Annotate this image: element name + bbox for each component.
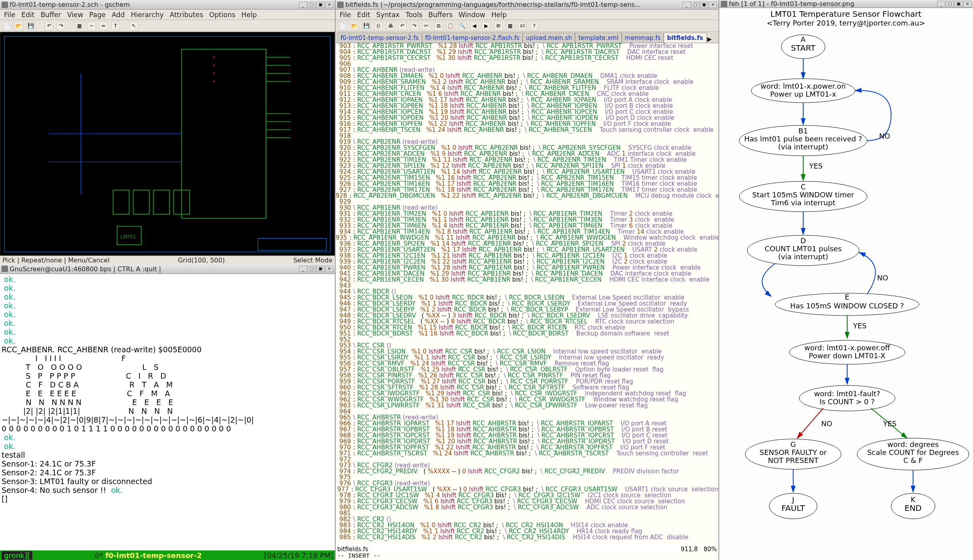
close-button[interactable]: × (709, 2, 717, 8)
open-icon[interactable]: 📂 (350, 22, 359, 30)
code-line[interactable]: 928: RCC_APB2ENR_DBGMCUEN %1 22 lshift R… (336, 193, 718, 199)
restore-button[interactable]: ▣ (316, 2, 324, 8)
cut-icon[interactable]: ✂ (422, 22, 431, 30)
menu-buffer[interactable]: Buffer (38, 10, 64, 20)
maximize-button[interactable]: ▢ (308, 2, 316, 8)
undo-icon[interactable]: ↶ (398, 22, 407, 30)
help-icon[interactable]: ? (530, 22, 539, 30)
menu-add[interactable]: Add (109, 10, 127, 20)
menu-edit[interactable]: Edit (354, 10, 372, 20)
terminal-output[interactable]: ok. ok. ok. ok. ok. ok. ok. ok.RCC_AHBEN… (0, 274, 335, 550)
open-icon[interactable]: 📂 (14, 22, 23, 30)
menu-hierarchy[interactable]: Hierarchy (128, 10, 166, 20)
editor-toolbar[interactable]: 📄 📂 💾 ⎙ 🖶 ↶ ↷ ✂ ⧉ 📋 🔍 ◀ ▶ ⚙ ▦ 🏷 ? (336, 20, 718, 32)
feh-titlebar[interactable]: feh [1 of 1] - f0-lmt01-temp-sensor.png … (719, 0, 973, 8)
make-icon[interactable]: ▦ (506, 22, 515, 30)
menu-syntax[interactable]: Syntax (374, 10, 402, 20)
flowchart-image[interactable]: LMT01 Temperature Sensor Flowchart <Terr… (719, 8, 973, 560)
maximize-button[interactable]: ▢ (308, 266, 316, 272)
gschem-toolbar[interactable]: 📄📂💾↶↷▦─═T↖ (0, 20, 335, 32)
code-line[interactable]: 981 (336, 510, 718, 516)
close-button[interactable]: × (963, 1, 971, 7)
menu-file[interactable]: File (337, 10, 353, 20)
svg-text:C & F: C & F (903, 456, 923, 465)
code-line[interactable]: 980: RCC_CFGR3_ADCSW %1 8 lshift RCC_CFG… (336, 504, 718, 510)
copy-icon[interactable]: ⧉ (434, 22, 443, 30)
tag-icon[interactable]: 🏷 (518, 22, 527, 30)
script-icon[interactable]: ⚙ (494, 22, 503, 30)
code-line[interactable]: 917: RCC_AHBENR_TSCEN %1 24 lshift RCC_A… (336, 127, 718, 133)
saveall-icon[interactable]: ⎙ (374, 22, 383, 30)
editor-titlebar[interactable]: bitfields.fs (~/projects/programming-lan… (336, 0, 718, 10)
tab-1[interactable]: f0-lmt01-temp-sensor-2.flash.fs (422, 33, 523, 43)
terminal-line: Sensor-2: 24.1C or 75.3F (2, 468, 333, 477)
menu-help[interactable]: Help (489, 10, 509, 20)
code-line[interactable]: 971: RCC_AHBRSTR_TSCRST %1 24 lshift RCC… (336, 451, 718, 457)
find-icon[interactable]: 🔍 (458, 22, 467, 30)
restore-button[interactable]: ▣ (700, 2, 708, 8)
menu-page[interactable]: Page (87, 10, 108, 20)
terminal-line: T O O O O O L S (2, 363, 333, 371)
terminal-titlebar[interactable]: GnuScreen@cuaU1:460800 bps | CTRL A :qui… (0, 264, 335, 274)
redo-icon[interactable]: ↷ (410, 22, 419, 30)
maximize-button[interactable]: ▢ (691, 2, 699, 8)
code-line[interactable]: 974: RCC_CFGR2_PREDIV ( %XXXX -- ) 0 lsh… (336, 469, 718, 475)
menu-edit[interactable]: Edit (19, 10, 37, 20)
code-line[interactable]: 952 (336, 337, 718, 343)
code-line[interactable]: 905: RCC_APB1RSTR_CECRST %1 30 lshift RC… (336, 55, 718, 61)
status-mode: Select Mode (293, 256, 332, 264)
status-position: 911,8 (681, 546, 698, 553)
gschem-window: f0-lmt01-temp-sensor-2.sch - gschem _ ▢ … (0, 0, 335, 264)
net-icon[interactable]: ─ (87, 22, 96, 30)
bus-icon[interactable]: ═ (99, 22, 108, 30)
print-icon[interactable]: 🖶 (386, 22, 395, 30)
minimize-button[interactable]: _ (299, 266, 307, 272)
code-line[interactable]: 985: RCC_CR2_HSI14DIS %1 2 lshift RCC_CR… (336, 534, 718, 540)
paste-icon[interactable]: 📋 (446, 22, 455, 30)
tab-4[interactable]: memmap.fs (622, 33, 664, 43)
editor-menubar[interactable]: FileEditSyntaxToolsBuffersWindowHelp (336, 10, 718, 20)
close-button[interactable]: × (325, 2, 333, 8)
prev-icon[interactable]: ◀ (470, 22, 479, 30)
undo-icon[interactable]: ↶ (45, 22, 54, 30)
code-line[interactable]: 951: RCC_BDCR_BDRST %1 16 lshift RCC_BDC… (336, 331, 718, 337)
terminal-line: ok. (2, 336, 333, 345)
restore-button[interactable]: ▣ (955, 1, 963, 7)
editor-tabbar[interactable]: f0-lmt01-temp-sensor-2.fsf0-lmt01-temp-s… (336, 32, 718, 43)
tab-2[interactable]: upload.main.sh (523, 33, 575, 43)
menu-view[interactable]: View (65, 10, 86, 20)
editor-textarea[interactable]: 903: RCC_APB1RSTR_PWRRST %1 28 lshift RC… (336, 43, 718, 546)
tab-0[interactable]: f0-lmt01-temp-sensor-2.fs (337, 33, 422, 43)
next-icon[interactable]: ▶ (482, 22, 491, 30)
new-icon[interactable]: 📄 (338, 22, 347, 30)
code-line[interactable]: 942: RCC_APB1ENR_CECEN %1 30 lshift RCC_… (336, 277, 718, 283)
gschem-menubar[interactable]: FileEditBufferViewPageAddHierarchyAttrib… (0, 10, 335, 20)
new-icon[interactable]: 📄 (2, 22, 11, 30)
restore-button[interactable]: ▣ (316, 266, 324, 272)
minimize-button[interactable]: _ (682, 2, 690, 8)
menu-file[interactable]: File (2, 10, 18, 20)
save-icon[interactable]: 💾 (26, 22, 35, 30)
menu-buffers[interactable]: Buffers (426, 10, 455, 20)
menu-tools[interactable]: Tools (403, 10, 425, 20)
menu-window[interactable]: Window (456, 10, 488, 20)
maximize-button[interactable]: ▢ (946, 1, 954, 7)
text-icon[interactable]: T (111, 22, 120, 30)
tab-3[interactable]: template.xml (575, 33, 621, 43)
close-button[interactable]: × (325, 266, 333, 272)
menu-attributes[interactable]: Attributes (167, 10, 206, 20)
redo-icon[interactable]: ↷ (57, 22, 66, 30)
terminal-line: ok. (2, 442, 333, 451)
gschem-titlebar[interactable]: f0-lmt01-temp-sensor-2.sch - gschem _ ▢ … (0, 0, 335, 10)
code-line[interactable]: 963: RCC_CSR_LPWRRSTF %1 31 lshift RCC_C… (336, 403, 718, 409)
schematic-canvas[interactable]: LMT01 (0, 32, 335, 256)
comp-icon[interactable]: ▦ (75, 22, 84, 30)
tab-scroll-right-icon[interactable]: ▶ (706, 36, 713, 43)
minimize-button[interactable]: _ (299, 2, 307, 8)
tab-5[interactable]: bitfields.fs (664, 33, 706, 43)
menu-help[interactable]: Help (239, 10, 259, 20)
minimize-button[interactable]: _ (937, 1, 945, 7)
save-icon[interactable]: 💾 (362, 22, 371, 30)
menu-options[interactable]: Options (207, 10, 238, 20)
select-icon[interactable]: ↖ (129, 22, 138, 30)
